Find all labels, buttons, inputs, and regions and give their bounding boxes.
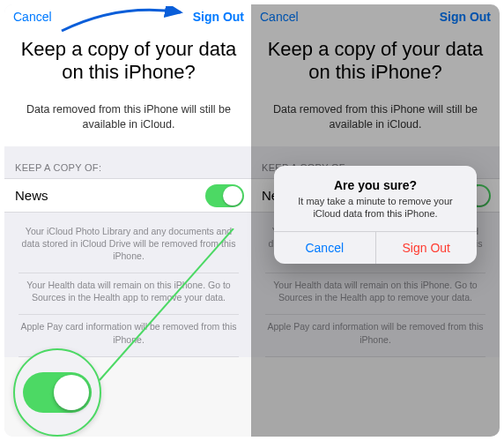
page-title: Keep a copy of your data on this iPhone? [4, 31, 253, 99]
right-screenshot: Cancel Sign Out Keep a copy of your data… [251, 4, 500, 437]
news-toggle[interactable] [205, 184, 244, 207]
cancel-button[interactable]: Cancel [13, 10, 52, 24]
alert-cancel-button[interactable]: Cancel [274, 232, 376, 264]
footer-note-1: Your iCloud Photo Library and any docume… [19, 225, 239, 263]
news-row-label: News [15, 188, 48, 203]
footer-note-3: Apple Pay card information will be remov… [19, 320, 239, 345]
page-subtitle: Data removed from this iPhone will still… [4, 99, 253, 146]
sign-out-button[interactable]: Sign Out [193, 10, 244, 24]
confirm-signout-alert: Are you sure? It may take a minute to re… [274, 166, 477, 264]
nav-bar: Cancel Sign Out [4, 4, 253, 31]
alert-title: Are you sure? [286, 178, 464, 192]
section-header-keep-copy: KEEP A COPY OF: [4, 146, 253, 178]
footer-note-2: Your Health data will remain on this iPh… [19, 279, 239, 303]
news-row[interactable]: News [4, 178, 253, 213]
footer-notes: Your iCloud Photo Library and any docume… [4, 213, 253, 357]
left-screenshot: Cancel Sign Out Keep a copy of your data… [4, 4, 253, 437]
alert-message: It may take a minute to remove your iClo… [286, 195, 464, 220]
alert-signout-button[interactable]: Sign Out [376, 232, 478, 264]
